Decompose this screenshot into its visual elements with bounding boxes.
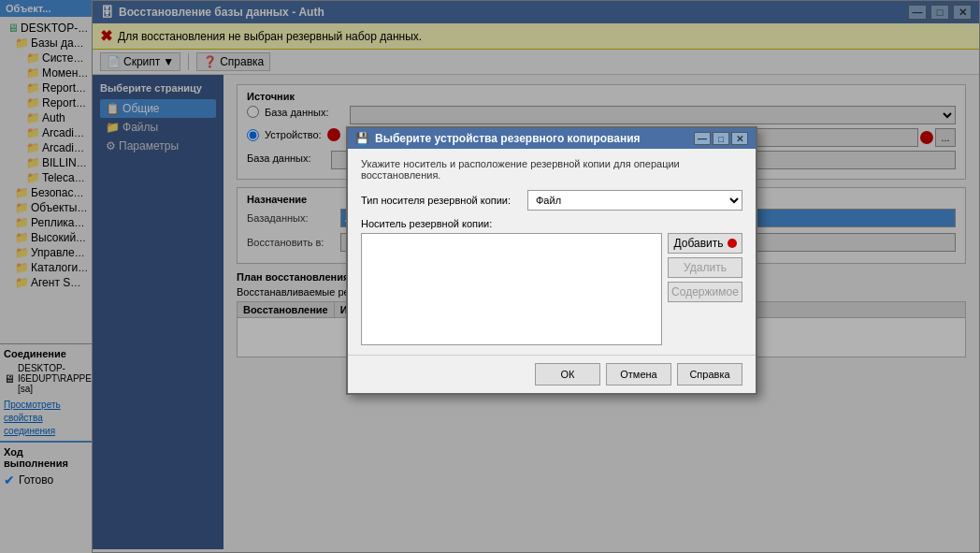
- ok-button[interactable]: ОК: [535, 363, 600, 386]
- contents-button[interactable]: Содержимое: [668, 282, 742, 302]
- backup-device-dialog: 💾 Выберите устройства резервного копиров…: [346, 126, 757, 395]
- media-type-row: Тип носителя резервной копии: Файл Лента…: [361, 190, 742, 211]
- add-button-label: Добавить: [673, 237, 723, 250]
- bd-footer: ОК Отмена Справка: [348, 355, 756, 393]
- media-area: Добавить Удалить Содержимое: [361, 233, 742, 345]
- contents-button-label: Содержимое: [671, 285, 739, 298]
- add-button-indicator: [728, 239, 737, 248]
- help-button[interactable]: Справка: [677, 363, 742, 386]
- backup-dialog-body: Укажите носитель и расположение резервно…: [348, 149, 756, 355]
- bd-description: Укажите носитель и расположение резервно…: [361, 158, 742, 181]
- bd-close-button[interactable]: ✕: [731, 132, 748, 145]
- bd-minimize-button[interactable]: —: [694, 132, 711, 145]
- bd-controls: — □ ✕: [694, 132, 748, 145]
- bd-title-icon: 💾: [355, 132, 369, 145]
- media-list[interactable]: [361, 233, 662, 345]
- bd-restore-button[interactable]: □: [713, 132, 729, 145]
- action-buttons: Добавить Удалить Содержимое: [668, 233, 742, 345]
- media-label: Носитель резервной копии:: [361, 218, 742, 229]
- remove-button[interactable]: Удалить: [668, 257, 742, 278]
- media-type-select[interactable]: Файл Лента URL: [527, 190, 742, 211]
- remove-button-label: Удалить: [684, 261, 727, 274]
- backup-dialog-titlebar: 💾 Выберите устройства резервного копиров…: [348, 128, 756, 149]
- media-type-label: Тип носителя резервной копии:: [361, 195, 520, 206]
- cancel-button[interactable]: Отмена: [606, 363, 671, 386]
- bd-title: Выберите устройства резервного копирован…: [375, 132, 641, 145]
- add-button[interactable]: Добавить: [668, 233, 742, 254]
